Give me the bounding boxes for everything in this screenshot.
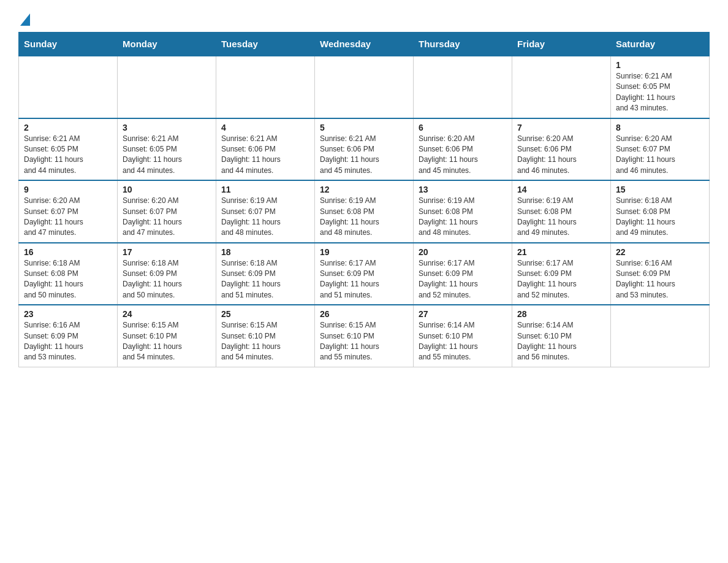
day-info: Sunrise: 6:19 AM Sunset: 6:08 PM Dayligh… <box>517 196 605 239</box>
day-number: 9 <box>24 185 112 194</box>
day-info: Sunrise: 6:20 AM Sunset: 6:07 PM Dayligh… <box>24 196 112 239</box>
day-number: 18 <box>221 247 309 257</box>
day-info: Sunrise: 6:15 AM Sunset: 6:10 PM Dayligh… <box>123 320 211 363</box>
day-number: 21 <box>517 247 605 257</box>
day-number: 22 <box>616 247 704 257</box>
calendar-cell: 21Sunrise: 6:17 AM Sunset: 6:09 PM Dayli… <box>512 243 611 305</box>
day-number: 23 <box>24 309 112 319</box>
calendar-cell: 25Sunrise: 6:15 AM Sunset: 6:10 PM Dayli… <box>216 305 315 367</box>
day-number: 27 <box>419 309 507 319</box>
day-info: Sunrise: 6:21 AM Sunset: 6:05 PM Dayligh… <box>616 71 704 114</box>
calendar-week-2: 9Sunrise: 6:20 AM Sunset: 6:07 PM Daylig… <box>19 180 710 243</box>
day-number: 16 <box>24 247 112 257</box>
column-header-wednesday: Wednesday <box>315 33 414 56</box>
day-number: 26 <box>320 309 408 319</box>
calendar-cell: 2Sunrise: 6:21 AM Sunset: 6:05 PM Daylig… <box>19 118 118 181</box>
day-info: Sunrise: 6:21 AM Sunset: 6:06 PM Dayligh… <box>221 134 309 177</box>
day-number: 6 <box>419 123 507 132</box>
day-number: 5 <box>320 123 408 132</box>
calendar-week-1: 2Sunrise: 6:21 AM Sunset: 6:05 PM Daylig… <box>19 118 710 181</box>
calendar-cell <box>512 56 611 118</box>
day-info: Sunrise: 6:17 AM Sunset: 6:09 PM Dayligh… <box>419 258 507 301</box>
day-info: Sunrise: 6:20 AM Sunset: 6:07 PM Dayligh… <box>123 196 211 239</box>
day-number: 19 <box>320 247 408 257</box>
day-number: 13 <box>419 185 507 194</box>
column-header-sunday: Sunday <box>19 33 118 56</box>
calendar-cell: 11Sunrise: 6:19 AM Sunset: 6:07 PM Dayli… <box>216 180 315 243</box>
calendar-cell: 18Sunrise: 6:18 AM Sunset: 6:09 PM Dayli… <box>216 243 315 305</box>
calendar-cell: 19Sunrise: 6:17 AM Sunset: 6:09 PM Dayli… <box>315 243 414 305</box>
day-number: 28 <box>517 309 605 319</box>
logo <box>18 12 30 26</box>
day-number: 2 <box>24 123 112 132</box>
day-info: Sunrise: 6:14 AM Sunset: 6:10 PM Dayligh… <box>419 320 507 363</box>
calendar-header-row: SundayMondayTuesdayWednesdayThursdayFrid… <box>19 33 710 56</box>
day-number: 4 <box>221 123 309 132</box>
column-header-thursday: Thursday <box>414 33 512 56</box>
day-info: Sunrise: 6:20 AM Sunset: 6:07 PM Dayligh… <box>616 134 704 177</box>
day-number: 10 <box>123 185 211 194</box>
day-info: Sunrise: 6:18 AM Sunset: 6:08 PM Dayligh… <box>24 258 112 301</box>
page-header <box>18 12 710 26</box>
day-number: 25 <box>221 309 309 319</box>
calendar-cell: 15Sunrise: 6:18 AM Sunset: 6:08 PM Dayli… <box>611 180 710 243</box>
day-info: Sunrise: 6:16 AM Sunset: 6:09 PM Dayligh… <box>24 320 112 363</box>
calendar-cell: 20Sunrise: 6:17 AM Sunset: 6:09 PM Dayli… <box>414 243 512 305</box>
day-number: 8 <box>616 123 704 132</box>
calendar-cell: 10Sunrise: 6:20 AM Sunset: 6:07 PM Dayli… <box>118 180 216 243</box>
day-info: Sunrise: 6:18 AM Sunset: 6:09 PM Dayligh… <box>221 258 309 301</box>
day-number: 11 <box>221 185 309 194</box>
calendar-cell: 17Sunrise: 6:18 AM Sunset: 6:09 PM Dayli… <box>118 243 216 305</box>
day-number: 7 <box>517 123 605 132</box>
calendar-cell: 3Sunrise: 6:21 AM Sunset: 6:05 PM Daylig… <box>118 118 216 181</box>
calendar-cell: 14Sunrise: 6:19 AM Sunset: 6:08 PM Dayli… <box>512 180 611 243</box>
calendar-cell <box>216 56 315 118</box>
day-info: Sunrise: 6:17 AM Sunset: 6:09 PM Dayligh… <box>517 258 605 301</box>
calendar-cell: 7Sunrise: 6:20 AM Sunset: 6:06 PM Daylig… <box>512 118 611 181</box>
day-info: Sunrise: 6:16 AM Sunset: 6:09 PM Dayligh… <box>616 258 704 301</box>
calendar-cell: 26Sunrise: 6:15 AM Sunset: 6:10 PM Dayli… <box>315 305 414 367</box>
calendar-cell <box>315 56 414 118</box>
day-info: Sunrise: 6:21 AM Sunset: 6:06 PM Dayligh… <box>320 134 408 177</box>
day-info: Sunrise: 6:18 AM Sunset: 6:09 PM Dayligh… <box>123 258 211 301</box>
logo-triangle-icon <box>20 13 30 26</box>
column-header-friday: Friday <box>512 33 611 56</box>
calendar-cell: 9Sunrise: 6:20 AM Sunset: 6:07 PM Daylig… <box>19 180 118 243</box>
calendar-cell: 13Sunrise: 6:19 AM Sunset: 6:08 PM Dayli… <box>414 180 512 243</box>
day-number: 15 <box>616 185 704 194</box>
day-number: 3 <box>123 123 211 132</box>
day-info: Sunrise: 6:17 AM Sunset: 6:09 PM Dayligh… <box>320 258 408 301</box>
day-info: Sunrise: 6:20 AM Sunset: 6:06 PM Dayligh… <box>517 134 605 177</box>
calendar-cell <box>611 305 710 367</box>
calendar-cell: 5Sunrise: 6:21 AM Sunset: 6:06 PM Daylig… <box>315 118 414 181</box>
column-header-tuesday: Tuesday <box>216 33 315 56</box>
calendar-cell: 28Sunrise: 6:14 AM Sunset: 6:10 PM Dayli… <box>512 305 611 367</box>
calendar-cell: 8Sunrise: 6:20 AM Sunset: 6:07 PM Daylig… <box>611 118 710 181</box>
calendar-cell <box>414 56 512 118</box>
day-info: Sunrise: 6:20 AM Sunset: 6:06 PM Dayligh… <box>419 134 507 177</box>
day-info: Sunrise: 6:21 AM Sunset: 6:05 PM Dayligh… <box>123 134 211 177</box>
day-number: 12 <box>320 185 408 194</box>
day-info: Sunrise: 6:19 AM Sunset: 6:08 PM Dayligh… <box>419 196 507 239</box>
day-info: Sunrise: 6:18 AM Sunset: 6:08 PM Dayligh… <box>616 196 704 239</box>
calendar-week-3: 16Sunrise: 6:18 AM Sunset: 6:08 PM Dayli… <box>19 243 710 305</box>
calendar-cell: 6Sunrise: 6:20 AM Sunset: 6:06 PM Daylig… <box>414 118 512 181</box>
calendar-cell: 12Sunrise: 6:19 AM Sunset: 6:08 PM Dayli… <box>315 180 414 243</box>
calendar-week-0: 1Sunrise: 6:21 AM Sunset: 6:05 PM Daylig… <box>19 56 710 118</box>
calendar-table: SundayMondayTuesdayWednesdayThursdayFrid… <box>18 32 710 367</box>
day-info: Sunrise: 6:14 AM Sunset: 6:10 PM Dayligh… <box>517 320 605 363</box>
day-info: Sunrise: 6:19 AM Sunset: 6:08 PM Dayligh… <box>320 196 408 239</box>
day-number: 17 <box>123 247 211 257</box>
day-number: 24 <box>123 309 211 319</box>
day-info: Sunrise: 6:19 AM Sunset: 6:07 PM Dayligh… <box>221 196 309 239</box>
day-number: 20 <box>419 247 507 257</box>
calendar-cell: 1Sunrise: 6:21 AM Sunset: 6:05 PM Daylig… <box>611 56 710 118</box>
calendar-cell: 4Sunrise: 6:21 AM Sunset: 6:06 PM Daylig… <box>216 118 315 181</box>
day-number: 1 <box>616 60 704 70</box>
calendar-cell: 22Sunrise: 6:16 AM Sunset: 6:09 PM Dayli… <box>611 243 710 305</box>
column-header-saturday: Saturday <box>611 33 710 56</box>
calendar-cell: 27Sunrise: 6:14 AM Sunset: 6:10 PM Dayli… <box>414 305 512 367</box>
day-info: Sunrise: 6:15 AM Sunset: 6:10 PM Dayligh… <box>221 320 309 363</box>
day-number: 14 <box>517 185 605 194</box>
calendar-week-4: 23Sunrise: 6:16 AM Sunset: 6:09 PM Dayli… <box>19 305 710 367</box>
